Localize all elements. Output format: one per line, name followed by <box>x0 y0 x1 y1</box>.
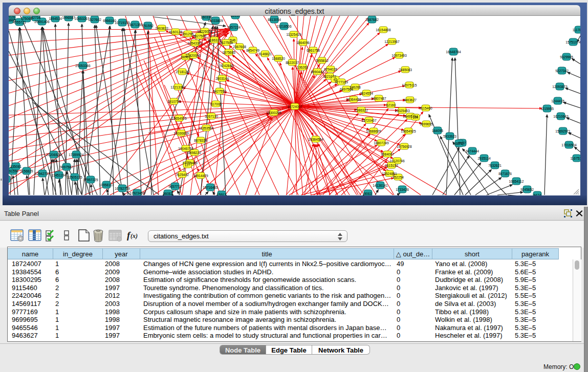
svg-text:9474444: 9474444 <box>466 149 479 153</box>
svg-text:19384554: 19384554 <box>308 138 323 141</box>
svg-text:8471676: 8471676 <box>498 172 512 176</box>
svg-text:135081: 135081 <box>10 165 21 168</box>
svg-text:9084067: 9084067 <box>381 152 394 156</box>
svg-text:17359924: 17359924 <box>69 153 84 157</box>
svg-text:9063: 9063 <box>364 192 372 195</box>
svg-text:1615152: 1615152 <box>385 164 398 167</box>
svg-text:11451194: 11451194 <box>52 173 67 177</box>
svg-text:252254: 252254 <box>393 176 404 179</box>
svg-text:9657771: 9657771 <box>168 185 182 188</box>
svg-text:391594: 391594 <box>9 169 18 173</box>
svg-text:127: 127 <box>184 163 190 167</box>
svg-text:9097587: 9097587 <box>60 165 73 169</box>
svg-text:9245652: 9245652 <box>520 188 534 191</box>
svg-text:7625402: 7625402 <box>176 173 189 177</box>
svg-text:15716465: 15716465 <box>203 186 218 189</box>
svg-text:17957225: 17957225 <box>83 178 98 182</box>
svg-text:1733426: 1733426 <box>396 188 409 191</box>
svg-text:20206526: 20206526 <box>46 153 61 157</box>
svg-text:15913: 15913 <box>217 193 227 196</box>
svg-text:14136141: 14136141 <box>373 184 388 187</box>
svg-text:10120746: 10120746 <box>389 159 405 163</box>
svg-text:12505135: 12505135 <box>67 176 82 179</box>
svg-text:18807249: 18807249 <box>374 141 389 145</box>
svg-text:16914479: 16914479 <box>193 174 208 178</box>
svg-text:3498222: 3498222 <box>188 151 201 155</box>
svg-text:1167533: 1167533 <box>570 157 580 160</box>
svg-text:13524851: 13524851 <box>382 172 397 176</box>
svg-text:6871: 6871 <box>455 142 463 145</box>
svg-text:1156829: 1156829 <box>20 169 33 173</box>
svg-text:8878334: 8878334 <box>194 139 207 142</box>
svg-text:12923466: 12923466 <box>129 191 145 195</box>
svg-text:19756928: 19756928 <box>397 145 412 148</box>
svg-text:2935114: 2935114 <box>477 157 491 160</box>
svg-text:17016504: 17016504 <box>561 143 577 147</box>
svg-text:(x): (x) <box>130 232 138 239</box>
svg-text:96082: 96082 <box>163 192 173 195</box>
svg-text:7632621: 7632621 <box>488 164 502 167</box>
svg-text:12942737: 12942737 <box>35 172 50 176</box>
svg-text:10958117: 10958117 <box>99 183 114 187</box>
svg-text:10654112: 10654112 <box>509 180 524 183</box>
svg-text:16782759: 16782759 <box>115 187 130 190</box>
svg-text:9474: 9474 <box>534 193 541 196</box>
svg-text:10046758: 10046758 <box>178 147 193 150</box>
